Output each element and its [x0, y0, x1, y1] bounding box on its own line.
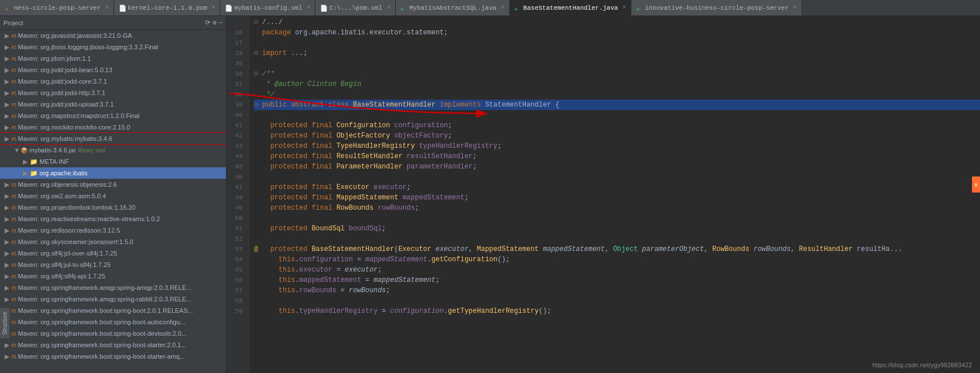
tab-close[interactable]: × [212, 5, 215, 11]
tab-close[interactable]: × [501, 5, 505, 11]
sync-icon[interactable]: ⟳ [205, 19, 210, 26]
tree-item-mybatis-jar[interactable]: ▼ 📦 mybatis-3.4.6.jar library root [0, 144, 226, 156]
item-label: mybatis-3.4.6.jar [29, 147, 76, 154]
code-line: this.mappedStatement = mappedStatement; [254, 275, 980, 285]
code-text: * @author Clinton Begin [262, 79, 361, 89]
tree-item-javassist[interactable]: ▶ m Maven: org.javassist:javassist:3.21.… [0, 30, 226, 41]
tree-item-spring-boot[interactable]: ▶ m Maven: org.springframework.boot:spri… [0, 305, 226, 316]
code-line: protected final Configuration configurat… [254, 120, 980, 131]
code-text: this.rowBounds = rowBounds; [262, 285, 390, 296]
code-text: protected final MappedStatement mappedSt… [262, 193, 468, 203]
tab-ness-circle[interactable]: ☕ ness-circle-posp-server × [0, 0, 114, 16]
tab-close[interactable]: × [794, 5, 797, 11]
tree-item-asm[interactable]: ▶ m Maven: org.ow2.asm:asm:5.0.4 [0, 190, 226, 202]
code-line: this.rowBounds = rowBounds; [254, 285, 980, 296]
tree-item-spring-boot-starter-amqp[interactable]: ▶ m Maven: org.springframework.boot:spri… [0, 351, 226, 362]
tree-item-jsonassert[interactable]: ▶ m Maven: org.skyscreamer:jsonassert:1.… [0, 236, 226, 248]
structure-tab[interactable]: Structure [0, 308, 10, 339]
tree-item-mockito[interactable]: ▶ m Maven: org.mockito:mockito-core:2.15… [0, 121, 226, 133]
tab-mybatis-config[interactable]: 📄 mybatis-config.xml × [220, 0, 315, 16]
code-line-class-decl: ⊟ public abstract class BaseStatementHan… [254, 100, 980, 110]
tree-item-jodd-upload[interactable]: ▶ m Maven: org.jodd:jodd-upload:3.7.1 [0, 99, 226, 110]
fold-icon [254, 162, 262, 172]
tree-item-org-apache-ibatis[interactable]: ▶ 📁 org.apache.ibatis [0, 167, 226, 179]
code-line [254, 38, 980, 48]
tree-item-mapstruct[interactable]: ▶ m Maven: org.mapstruct:mapstruct:1.2.0… [0, 110, 226, 121]
tree-item-spring-rabbit[interactable]: ▶ m Maven: org.springframework.amqp:spri… [0, 293, 226, 305]
main-area: Project ⟳ ⚙ — ▶ m Maven: org.javassist:j… [0, 16, 980, 373]
sidebar-tree[interactable]: ▶ m Maven: org.javassist:javassist:3.21.… [0, 30, 226, 373]
tab-label: innovative-business-circle-posp-server [645, 5, 789, 11]
tab-close[interactable]: × [387, 5, 391, 11]
code-line [254, 58, 980, 69]
maven-icon: m [11, 273, 16, 280]
code-line [254, 172, 980, 182]
folder-icon: 📁 [30, 170, 38, 177]
item-label: Maven: org.slf4j:jul-to-slf4j:1.7.25 [18, 261, 110, 268]
tab-kernel-core[interactable]: 📄 kernel-core-1.1.0.pom × [114, 0, 221, 16]
tab-base-statement[interactable]: ☕ BaseStatementHandler.java × [510, 0, 631, 16]
fold-icon [254, 254, 262, 265]
settings-icon[interactable]: ⚙ [213, 19, 217, 26]
tree-item-redisson[interactable]: ▶ m Maven: org.redisson:redisson:3.12.5 [0, 225, 226, 236]
code-text: protected final ResultSetHandler resultS… [262, 151, 477, 162]
code-line [254, 213, 980, 223]
tree-item-jodd-http[interactable]: ▶ m Maven: org.jodd:jodd-http:3.7.1 [0, 87, 226, 99]
tree-item-jdom[interactable]: ▶ m Maven: org.jdom:jdom:1.1 [0, 53, 226, 64]
maven-icon: m [11, 113, 16, 119]
arrow-icon: ▶ [5, 341, 11, 349]
tab-close[interactable]: × [623, 5, 626, 11]
minus-icon[interactable]: — [218, 19, 222, 26]
folder-icon: 📁 [30, 158, 38, 166]
item-label: Maven: org.springframework.boot:spring-b… [18, 307, 193, 314]
scroll-indicator[interactable]: S [972, 176, 980, 193]
maven-icon: m [11, 239, 16, 245]
item-label: Maven: org.springframework.boot:spring-b… [18, 319, 185, 325]
code-line [254, 110, 980, 120]
tab-mybatis-abstract[interactable]: ☕ MybatisAbstractSQL.java × [396, 0, 510, 16]
tab-close[interactable]: × [106, 5, 109, 11]
tree-item-spring-amqp[interactable]: ▶ m Maven: org.springframework.amqp:spri… [0, 282, 226, 293]
java-icon4: ☕ [636, 5, 643, 11]
tree-item-jodd-bean[interactable]: ▶ m Maven: org.jodd:jodd-bean:5.0.13 [0, 64, 226, 76]
fold-icon: ⊟ [254, 69, 262, 79]
maven-icon: m [11, 354, 16, 360]
tree-item-spring-boot-starter[interactable]: ▶ m Maven: org.springframework.boot:spri… [0, 339, 226, 351]
tree-item-spring-boot-autoconfig[interactable]: ▶ m Maven: org.springframework.boot:spri… [0, 316, 226, 328]
maven-icon: m [11, 227, 16, 234]
fold-icon [254, 275, 262, 285]
tab-close[interactable]: × [307, 5, 310, 11]
tree-item-objenesis[interactable]: ▶ m Maven: org.objenesis:objenesis:2.6 [0, 179, 226, 190]
tree-item-spring-boot-devtools[interactable]: ▶ m Maven: org.springframework.boot:spri… [0, 328, 226, 339]
tree-item-meta-inf[interactable]: ▶ 📁 META-INF [0, 156, 226, 167]
tree-item-jboss-logging[interactable]: ▶ m Maven: org.jboss.logging:jboss-loggi… [0, 41, 226, 53]
tab-innovative[interactable]: ☕ innovative-business-circle-posp-server… [631, 0, 802, 16]
code-text: package org.apache.ibatis.executor.state… [262, 28, 448, 38]
tree-item-lombok[interactable]: ▶ m Maven: org.projectlombok:lombok:1.16… [0, 202, 226, 213]
item-label: Maven: org.springframework.amqp:spring-r… [18, 296, 192, 303]
fold-icon [254, 151, 262, 162]
code-text [262, 213, 266, 223]
fold-icon [254, 265, 262, 275]
tree-item-jcl-slf4j[interactable]: ▶ m Maven: org.slf4j:jcl-over-slf4j:1.7.… [0, 248, 226, 259]
tree-item-jodd-core[interactable]: ▶ m Maven: org.jodd:jodd-core:3.7.1 [0, 76, 226, 87]
tree-item-jul-slf4j[interactable]: ▶ m Maven: org.slf4j:jul-to-slf4j:1.7.25 [0, 259, 226, 270]
tab-pom[interactable]: 📄 C:\...\pom.xml × [315, 0, 395, 16]
item-label: META-INF [40, 158, 69, 165]
arrow-icon: ▶ [5, 55, 11, 62]
code-line: this.typeHandlerRegistry = configuration… [254, 306, 980, 316]
fold-icon: ⊟ [254, 17, 262, 28]
item-label: Maven: org.mapstruct:mapstruct:1.2.0.Fin… [18, 112, 139, 119]
maven-icon: m [11, 44, 16, 50]
maven-icon: m [11, 78, 16, 85]
code-content: 16 17 18 35 36 37 38 39 40 41 42 43 44 4… [227, 16, 980, 373]
code-line [254, 296, 980, 306]
code-line: this.executor = executor; [254, 265, 980, 275]
arrow-icon: ▶ [5, 44, 11, 51]
tree-item-mybatis[interactable]: ▶ m Maven: org.mybatis:mybatis:3.4.6 [0, 133, 226, 144]
arrow-icon: ▶ [5, 124, 11, 131]
pom-icon2: 📄 [320, 5, 327, 11]
tree-item-reactive-streams[interactable]: ▶ m Maven: org.reactivestreams:reactive-… [0, 213, 226, 225]
tree-item-slf4j-api[interactable]: ▶ m Maven: org.slf4j:slf4j-api:1.7.25 [0, 270, 226, 282]
item-label: Maven: org.springframework.boot:spring-b… [18, 341, 186, 348]
